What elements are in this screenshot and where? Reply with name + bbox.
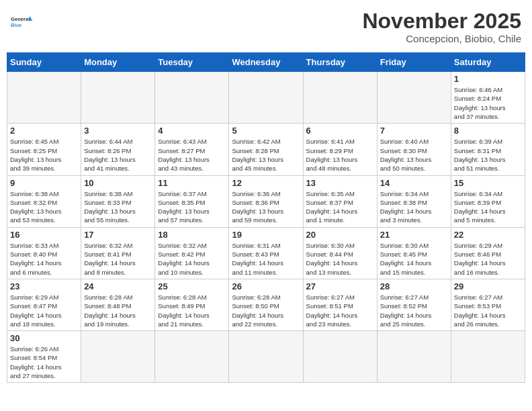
- day-info: Sunrise: 6:34 AM Sunset: 8:38 PM Dayligh…: [380, 189, 448, 225]
- calendar-cell: [81, 331, 155, 383]
- calendar-cell: 13Sunrise: 6:35 AM Sunset: 8:37 PM Dayli…: [303, 175, 377, 227]
- calendar-cell: 8Sunrise: 6:39 AM Sunset: 8:31 PM Daylig…: [451, 124, 525, 175]
- day-number: 4: [158, 126, 226, 136]
- day-info: Sunrise: 6:27 AM Sunset: 8:53 PM Dayligh…: [454, 293, 522, 328]
- day-info: Sunrise: 6:44 AM Sunset: 8:26 PM Dayligh…: [84, 137, 152, 173]
- calendar-cell: 25Sunrise: 6:28 AM Sunset: 8:49 PM Dayli…: [155, 279, 229, 330]
- calendar-cell: 18Sunrise: 6:32 AM Sunset: 8:42 PM Dayli…: [155, 227, 229, 279]
- calendar-week-row: 9Sunrise: 6:38 AM Sunset: 8:32 PM Daylig…: [7, 175, 525, 227]
- day-info: Sunrise: 6:40 AM Sunset: 8:30 PM Dayligh…: [380, 137, 448, 173]
- day-number: 1: [454, 74, 522, 84]
- day-info: Sunrise: 6:46 AM Sunset: 8:24 PM Dayligh…: [454, 85, 522, 121]
- day-number: 7: [380, 126, 448, 136]
- calendar-cell: [81, 72, 155, 124]
- calendar-cell: 19Sunrise: 6:31 AM Sunset: 8:43 PM Dayli…: [229, 227, 303, 279]
- calendar: SundayMondayTuesdayWednesdayThursdayFrid…: [7, 52, 525, 383]
- calendar-cell: 22Sunrise: 6:29 AM Sunset: 8:46 PM Dayli…: [451, 227, 525, 279]
- day-number: 29: [454, 281, 522, 291]
- col-header-sunday: Sunday: [7, 53, 81, 72]
- day-number: 28: [380, 281, 448, 291]
- calendar-cell: 27Sunrise: 6:27 AM Sunset: 8:51 PM Dayli…: [303, 279, 377, 330]
- day-number: 30: [10, 333, 78, 343]
- day-info: Sunrise: 6:33 AM Sunset: 8:40 PM Dayligh…: [10, 241, 78, 277]
- day-number: 9: [10, 178, 78, 188]
- day-number: 25: [158, 281, 226, 291]
- calendar-cell: 10Sunrise: 6:38 AM Sunset: 8:33 PM Dayli…: [81, 175, 155, 227]
- calendar-cell: 29Sunrise: 6:27 AM Sunset: 8:53 PM Dayli…: [451, 279, 525, 330]
- day-info: Sunrise: 6:42 AM Sunset: 8:28 PM Dayligh…: [232, 137, 300, 173]
- calendar-week-row: 1Sunrise: 6:46 AM Sunset: 8:24 PM Daylig…: [7, 72, 525, 124]
- day-info: Sunrise: 6:38 AM Sunset: 8:32 PM Dayligh…: [10, 189, 78, 225]
- day-info: Sunrise: 6:28 AM Sunset: 8:50 PM Dayligh…: [232, 293, 300, 328]
- logo: GeneralBlue: [11, 9, 35, 34]
- day-number: 17: [84, 230, 152, 240]
- day-number: 13: [306, 178, 374, 188]
- calendar-cell: 4Sunrise: 6:43 AM Sunset: 8:27 PM Daylig…: [155, 124, 229, 175]
- calendar-cell: 14Sunrise: 6:34 AM Sunset: 8:38 PM Dayli…: [377, 175, 451, 227]
- calendar-cell: 5Sunrise: 6:42 AM Sunset: 8:28 PM Daylig…: [229, 124, 303, 175]
- day-number: 3: [84, 126, 152, 136]
- calendar-cell: 2Sunrise: 6:45 AM Sunset: 8:25 PM Daylig…: [7, 124, 81, 175]
- calendar-cell: [451, 331, 525, 383]
- day-info: Sunrise: 6:28 AM Sunset: 8:49 PM Dayligh…: [158, 293, 226, 328]
- day-info: Sunrise: 6:36 AM Sunset: 8:36 PM Dayligh…: [232, 189, 300, 225]
- calendar-cell: 6Sunrise: 6:41 AM Sunset: 8:29 PM Daylig…: [303, 124, 377, 175]
- day-info: Sunrise: 6:34 AM Sunset: 8:39 PM Dayligh…: [454, 189, 522, 225]
- calendar-cell: [229, 331, 303, 383]
- day-info: Sunrise: 6:32 AM Sunset: 8:42 PM Dayligh…: [158, 241, 226, 277]
- day-number: 5: [232, 126, 300, 136]
- day-info: Sunrise: 6:43 AM Sunset: 8:27 PM Dayligh…: [158, 137, 226, 173]
- calendar-cell: [377, 331, 451, 383]
- col-header-friday: Friday: [377, 53, 451, 72]
- calendar-cell: 11Sunrise: 6:37 AM Sunset: 8:35 PM Dayli…: [155, 175, 229, 227]
- day-number: 2: [10, 126, 78, 136]
- day-info: Sunrise: 6:41 AM Sunset: 8:29 PM Dayligh…: [306, 137, 374, 173]
- title-block: November 2025 Concepcion, Biobio, Chile: [362, 9, 521, 44]
- calendar-week-row: 23Sunrise: 6:29 AM Sunset: 8:47 PM Dayli…: [7, 279, 525, 330]
- day-number: 26: [232, 281, 300, 291]
- calendar-cell: [377, 72, 451, 124]
- col-header-saturday: Saturday: [451, 53, 525, 72]
- col-header-monday: Monday: [81, 53, 155, 72]
- day-info: Sunrise: 6:35 AM Sunset: 8:37 PM Dayligh…: [306, 189, 374, 225]
- day-info: Sunrise: 6:38 AM Sunset: 8:33 PM Dayligh…: [84, 189, 152, 225]
- col-header-wednesday: Wednesday: [229, 53, 303, 72]
- day-info: Sunrise: 6:28 AM Sunset: 8:48 PM Dayligh…: [84, 293, 152, 328]
- day-number: 18: [158, 230, 226, 240]
- day-number: 21: [380, 230, 448, 240]
- day-info: Sunrise: 6:27 AM Sunset: 8:52 PM Dayligh…: [380, 293, 448, 328]
- calendar-cell: 23Sunrise: 6:29 AM Sunset: 8:47 PM Dayli…: [7, 279, 81, 330]
- day-number: 23: [10, 281, 78, 291]
- location-subtitle: Concepcion, Biobio, Chile: [362, 33, 521, 44]
- calendar-cell: [155, 331, 229, 383]
- calendar-cell: 21Sunrise: 6:30 AM Sunset: 8:45 PM Dayli…: [377, 227, 451, 279]
- svg-text:General: General: [11, 16, 30, 22]
- day-info: Sunrise: 6:31 AM Sunset: 8:43 PM Dayligh…: [232, 241, 300, 277]
- calendar-cell: 30Sunrise: 6:26 AM Sunset: 8:54 PM Dayli…: [7, 331, 81, 383]
- day-info: Sunrise: 6:27 AM Sunset: 8:51 PM Dayligh…: [306, 293, 374, 328]
- calendar-cell: [229, 72, 303, 124]
- day-info: Sunrise: 6:29 AM Sunset: 8:46 PM Dayligh…: [454, 241, 522, 277]
- calendar-cell: 28Sunrise: 6:27 AM Sunset: 8:52 PM Dayli…: [377, 279, 451, 330]
- calendar-cell: 7Sunrise: 6:40 AM Sunset: 8:30 PM Daylig…: [377, 124, 451, 175]
- day-number: 27: [306, 281, 374, 291]
- day-number: 10: [84, 178, 152, 188]
- day-number: 14: [380, 178, 448, 188]
- calendar-cell: 20Sunrise: 6:30 AM Sunset: 8:44 PM Dayli…: [303, 227, 377, 279]
- calendar-header-row: SundayMondayTuesdayWednesdayThursdayFrid…: [7, 53, 525, 72]
- day-number: 16: [10, 230, 78, 240]
- header: GeneralBlue November 2025 Concepcion, Bi…: [7, 7, 525, 47]
- day-number: 12: [232, 178, 300, 188]
- calendar-cell: [155, 72, 229, 124]
- day-info: Sunrise: 6:37 AM Sunset: 8:35 PM Dayligh…: [158, 189, 226, 225]
- day-info: Sunrise: 6:29 AM Sunset: 8:47 PM Dayligh…: [10, 293, 78, 328]
- day-number: 19: [232, 230, 300, 240]
- col-header-thursday: Thursday: [303, 53, 377, 72]
- calendar-cell: 9Sunrise: 6:38 AM Sunset: 8:32 PM Daylig…: [7, 175, 81, 227]
- calendar-cell: 26Sunrise: 6:28 AM Sunset: 8:50 PM Dayli…: [229, 279, 303, 330]
- calendar-week-row: 16Sunrise: 6:33 AM Sunset: 8:40 PM Dayli…: [7, 227, 525, 279]
- svg-marker-2: [30, 15, 33, 20]
- day-number: 8: [454, 126, 522, 136]
- day-number: 20: [306, 230, 374, 240]
- calendar-cell: [303, 331, 377, 383]
